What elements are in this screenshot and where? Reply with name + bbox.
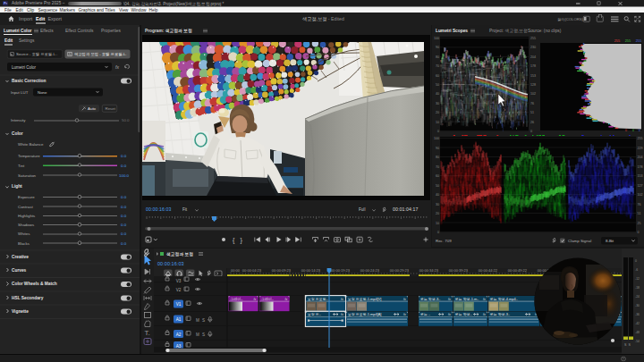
svg-text:00:00:14:23: 00:00:14:23 — [301, 268, 321, 273]
svg-text:25: 25 — [638, 222, 641, 225]
svg-text:50: 50 — [436, 83, 439, 87]
svg-text:0: 0 — [632, 129, 634, 132]
svg-text:00:00:09:23: 00:00:09:23 — [272, 268, 292, 273]
svg-text:00:00:44:22: 00:00:44:22 — [479, 268, 498, 273]
svg-text:255: 255 — [638, 137, 643, 140]
svg-text:00:00:34:23: 00:00:34:23 — [419, 268, 439, 273]
svg-text:T.: T. — [145, 329, 150, 337]
svg-text:웃는 학생-4.mp4..: 웃는 학생-4.mp4.. — [490, 297, 518, 301]
svg-text:178: 178 — [530, 64, 536, 68]
svg-text:V2: V2 — [176, 288, 182, 292]
svg-text:80: 80 — [436, 55, 439, 59]
svg-text:26: 26 — [530, 121, 534, 124]
svg-text:70: 70 — [436, 165, 439, 169]
svg-text:20: 20 — [436, 212, 439, 215]
svg-text:70: 70 — [436, 64, 439, 68]
svg-text:fx: fx — [253, 298, 256, 301]
svg-text:M: M — [196, 318, 199, 323]
svg-text:보정 프로필-1.mp4[V]: 보정 프로필-1.mp4[V] — [348, 297, 381, 301]
svg-text:보정 프..: 보정 프.. — [308, 312, 321, 316]
svg-text:A2: A2 — [176, 333, 182, 337]
svg-text:100: 100 — [434, 37, 439, 40]
svg-text:0: 0 — [639, 129, 640, 132]
svg-text:0: 0 — [638, 231, 640, 234]
svg-text:fx: fx — [403, 298, 406, 301]
svg-text:S: S — [202, 318, 205, 323]
svg-text:40: 40 — [436, 193, 439, 197]
svg-text:웃는 학생-3..: 웃는 학생-3.. — [490, 312, 510, 316]
svg-text:fx: fx — [448, 313, 451, 316]
svg-text:204: 204 — [530, 55, 536, 59]
svg-text:178: 178 — [638, 165, 643, 169]
svg-text:153: 153 — [638, 174, 643, 178]
svg-text:fx: fx — [448, 298, 451, 301]
svg-text:100: 100 — [434, 137, 439, 140]
svg-text:50: 50 — [436, 184, 439, 188]
svg-text:80: 80 — [436, 156, 439, 159]
svg-text:fx: fx — [483, 298, 486, 301]
svg-text:A3: A3 — [176, 344, 182, 349]
svg-text:230: 230 — [530, 46, 536, 49]
svg-text:60: 60 — [436, 174, 439, 178]
svg-text:A1: A1 — [176, 317, 182, 322]
svg-text:웃는 학생-3..: 웃는 학생-3.. — [420, 297, 440, 301]
svg-text:128: 128 — [530, 83, 536, 87]
svg-text:127: 127 — [638, 184, 643, 188]
svg-text:그레이..: 그레이.. — [261, 297, 274, 301]
svg-text:그레이..: 그레이.. — [231, 297, 243, 301]
svg-text:V3: V3 — [176, 279, 182, 283]
svg-text:0: 0 — [625, 129, 627, 132]
svg-text:00:00:39:23: 00:00:39:23 — [449, 268, 469, 273]
svg-text:웃는 학생-1.m..: 웃는 학생-1.m.. — [455, 297, 479, 301]
svg-text:M: M — [196, 333, 199, 337]
svg-text:90: 90 — [436, 147, 439, 150]
svg-text:10: 10 — [436, 121, 439, 124]
svg-text:51: 51 — [530, 111, 534, 114]
svg-text:fx: fx — [341, 313, 343, 316]
svg-text:fx: fx — [341, 298, 343, 301]
svg-text:웃는 ..: 웃는 .. — [420, 312, 430, 316]
svg-text:30: 30 — [436, 203, 439, 206]
svg-text:76: 76 — [638, 203, 641, 206]
svg-text:fx: fx — [483, 313, 486, 316]
svg-text:S: S — [202, 333, 205, 337]
svg-text:60: 60 — [436, 74, 439, 78]
svg-text:00:00:29:23: 00:00:29:23 — [390, 268, 410, 273]
svg-text:153: 153 — [530, 74, 536, 78]
svg-text:00:00:19:23: 00:00:19:23 — [331, 268, 351, 273]
svg-text:fx: fx — [284, 298, 287, 301]
svg-text:보정 프로필..: 보정 프로필.. — [308, 297, 328, 301]
svg-text:V1: V1 — [176, 302, 182, 307]
svg-text:웃는 학생..: 웃는 학생.. — [455, 312, 472, 316]
svg-text:102: 102 — [530, 92, 536, 96]
svg-text:76: 76 — [530, 102, 534, 105]
svg-text:204: 204 — [638, 156, 643, 159]
svg-text:229: 229 — [638, 147, 643, 150]
svg-text:{: { — [233, 237, 235, 244]
svg-text:40: 40 — [436, 92, 439, 96]
svg-text:00:00:04:23: 00:00:04:23 — [242, 268, 262, 273]
svg-text:00:00: 00:00 — [231, 268, 241, 273]
svg-text:}: } — [241, 237, 243, 244]
svg-text:0: 0 — [437, 130, 439, 133]
svg-text:20: 20 — [436, 111, 439, 114]
svg-text:30: 30 — [436, 102, 439, 105]
svg-text:255: 255 — [636, 39, 641, 43]
svg-text:51: 51 — [638, 212, 641, 215]
svg-text:0: 0 — [530, 130, 532, 133]
svg-text:102: 102 — [638, 193, 643, 197]
svg-text:fx: fx — [403, 313, 406, 316]
svg-text:보정 프로필-1.mp4[A]: 보정 프로필-1.mp4[A] — [348, 312, 381, 316]
svg-text:90: 90 — [436, 46, 439, 49]
svg-text:10: 10 — [436, 222, 439, 225]
svg-text:255: 255 — [625, 39, 631, 43]
svg-text:255: 255 — [530, 37, 536, 40]
svg-text:255: 255 — [614, 39, 620, 43]
svg-text:00:00:16:03: 00:00:16:03 — [157, 261, 184, 266]
svg-text:0: 0 — [437, 231, 439, 234]
svg-text:00:00:24:23: 00:00:24:23 — [360, 268, 380, 273]
svg-text:00:00:49:22: 00:00:49:22 — [508, 268, 528, 273]
